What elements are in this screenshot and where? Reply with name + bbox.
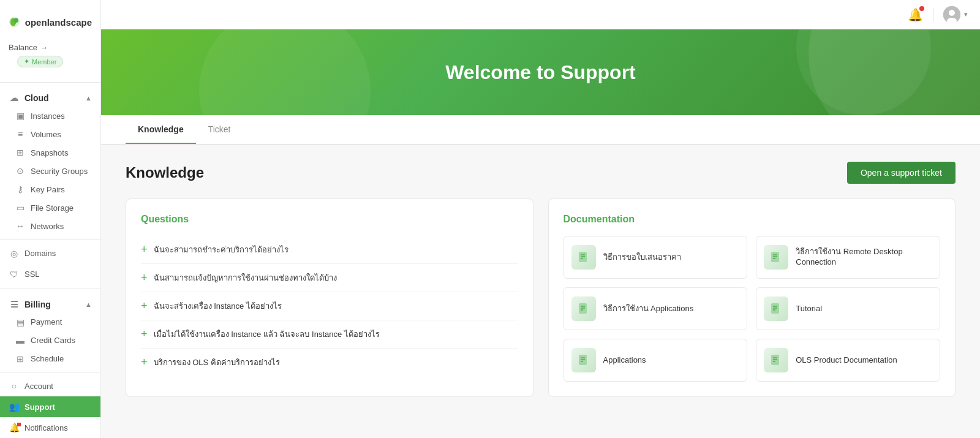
doc-icon-box-2: [764, 245, 788, 270]
sidebar-item-schedule[interactable]: ⊞ Schedule: [0, 350, 100, 368]
doc-item-5[interactable]: Applications: [564, 339, 748, 382]
question-text-2: ฉันสามารถแจ้งปัญหาการใช้งานผ่านช่องทางใด…: [154, 271, 337, 284]
networks-label: Networks: [31, 222, 64, 231]
hero-banner: Welcome to Support: [101, 29, 980, 115]
key-pairs-label: Key Pairs: [31, 185, 65, 194]
doc-item-6[interactable]: OLS Product Documentation: [756, 339, 940, 382]
plus-icon-3: +: [141, 300, 148, 311]
cloud-section: ☁ Cloud ▲ ▣ Instances ≡ Volumes ⊞ Snapsh…: [0, 88, 100, 235]
doc-item-2[interactable]: วิธีการใช้งาน Remote Desktop Connection: [756, 236, 940, 279]
sidebar-item-networks[interactable]: ↔ Networks: [0, 217, 100, 235]
schedule-label: Schedule: [31, 354, 64, 363]
sidebar-item-key-pairs[interactable]: ⚷ Key Pairs: [0, 180, 100, 198]
question-text-4: เมื่อไม่ได้ใช้งานเครื่อง Instance แล้ว ฉ…: [154, 328, 380, 341]
app-logo: [9, 11, 20, 33]
doc-label-6: OLS Product Documentation: [796, 355, 897, 366]
volumes-label: Volumes: [31, 130, 61, 139]
notifications-label: Notifications: [24, 423, 68, 432]
tab-knowledge[interactable]: Knowledge: [126, 116, 196, 144]
question-item-3[interactable]: + ฉันจะสร้างเครื่อง Instance ได้อย่างไร: [141, 292, 518, 320]
sidebar-item-notifications[interactable]: 🔔 Notifications: [0, 417, 100, 438]
sidebar-item-domains[interactable]: ◎ Domains: [0, 243, 100, 264]
security-groups-icon: ⊙: [15, 166, 26, 176]
doc-item-1[interactable]: วิธีการขอใบเสนอราคา: [564, 236, 748, 279]
instances-label: Instances: [31, 111, 65, 121]
documentation-card: Documentation วิธีการขอใบเสนอราคา: [548, 198, 956, 397]
page-content: Knowledge Open a support ticket Question…: [101, 145, 980, 438]
sidebar-item-file-storage[interactable]: ▭ File Storage: [0, 198, 100, 217]
snapshots-label: Snapshots: [31, 148, 68, 157]
ssl-label: SSL: [24, 270, 40, 279]
topbar-actions: 🔔 ▾: [908, 6, 968, 23]
svg-point-2: [13, 18, 18, 23]
cloud-icon: ☁: [9, 93, 20, 103]
question-text-1: ฉันจะสามารถชำระค่าบริการได้อย่างไร: [154, 243, 288, 256]
account-icon: ○: [9, 381, 20, 391]
logo-container[interactable]: openlandscape: [0, 0, 100, 39]
payment-icon: ▤: [15, 317, 26, 327]
cloud-label: Cloud: [24, 93, 49, 103]
balance-link[interactable]: Balance →: [0, 39, 100, 55]
question-item-4[interactable]: + เมื่อไม่ได้ใช้งานเครื่อง Instance แล้ว…: [141, 320, 518, 349]
member-badge: ✦ Member: [17, 56, 63, 67]
user-menu[interactable]: ▾: [943, 6, 968, 23]
logo-text: openlandscape: [25, 17, 92, 28]
file-storage-icon: ▭: [15, 203, 26, 213]
doc-file-icon-3: [577, 302, 590, 315]
billing-chevron-icon: ▲: [85, 301, 92, 308]
doc-file-icon-4: [769, 302, 783, 315]
cloud-group-header[interactable]: ☁ Cloud ▲: [0, 88, 100, 107]
member-label: Member: [32, 58, 56, 66]
doc-icon-box-4: [764, 296, 788, 321]
sidebar-item-payment[interactable]: ▤ Payment: [0, 313, 100, 331]
sidebar-item-volumes[interactable]: ≡ Volumes: [0, 125, 100, 143]
question-item-5[interactable]: + บริการของ OLS คิดค่าบริการอย่างไร: [141, 349, 518, 376]
tab-ticket[interactable]: Ticket: [196, 116, 243, 144]
doc-label-4: Tutorial: [796, 304, 822, 314]
snapshots-icon: ⊞: [15, 148, 26, 157]
question-item-1[interactable]: + ฉันจะสามารถชำระค่าบริการได้อย่างไร: [141, 236, 518, 264]
credit-cards-label: Credit Cards: [31, 336, 75, 345]
avatar-icon: [943, 6, 960, 23]
account-label: Account: [24, 382, 53, 391]
question-item-2[interactable]: + ฉันสามารถแจ้งปัญหาการใช้งานผ่านช่องทาง…: [141, 264, 518, 292]
balance-label: Balance: [9, 43, 37, 52]
sidebar-item-account[interactable]: ○ Account: [0, 376, 100, 396]
tabs-bar: Knowledge Ticket: [101, 115, 980, 145]
sidebar-item-ssl[interactable]: 🛡 SSL: [0, 264, 100, 285]
sidebar-item-instances[interactable]: ▣ Instances: [0, 107, 100, 125]
hero-title: Welcome to Support: [445, 61, 636, 84]
domains-icon: ◎: [9, 249, 20, 259]
documentation-title: Documentation: [564, 214, 941, 225]
billing-group-header[interactable]: ☰ Billing ▲: [0, 295, 100, 313]
billing-label: Billing: [24, 300, 51, 309]
security-groups-label: Security Groups: [31, 167, 88, 176]
credit-cards-icon: ▬: [15, 336, 26, 345]
schedule-icon: ⊞: [15, 354, 26, 364]
sidebar-item-security-groups[interactable]: ⊙ Security Groups: [0, 162, 100, 180]
content-header: Knowledge Open a support ticket: [126, 162, 956, 184]
balance-arrow: →: [40, 43, 48, 52]
sidebar-item-support[interactable]: 👥 Support: [0, 396, 100, 417]
open-ticket-button[interactable]: Open a support ticket: [847, 162, 956, 184]
support-label: Support: [24, 402, 55, 412]
sidebar-item-credit-cards[interactable]: ▬ Credit Cards: [0, 331, 100, 350]
member-star-icon: ✦: [24, 58, 29, 66]
doc-item-4[interactable]: Tutorial: [756, 287, 940, 330]
notifications-icon: 🔔: [9, 423, 20, 432]
sidebar-item-snapshots[interactable]: ⊞ Snapshots: [0, 143, 100, 162]
content-grid: Questions + ฉันจะสามารถชำระค่าบริการได้อ…: [126, 198, 956, 397]
ssl-icon: 🛡: [9, 270, 20, 279]
doc-icon-box-1: [571, 245, 596, 270]
doc-icon-box-5: [571, 348, 596, 372]
topbar-divider: [933, 7, 933, 22]
notifications-bell-button[interactable]: 🔔: [908, 7, 923, 22]
main-content: 🔔 ▾ Welcome to Support Knowled: [101, 0, 980, 438]
doc-label-3: วิธีการใช้งาน Applications: [603, 304, 694, 314]
doc-item-3[interactable]: วิธีการใช้งาน Applications: [564, 287, 748, 330]
networks-icon: ↔: [15, 221, 26, 231]
dropdown-arrow-icon: ▾: [964, 10, 968, 18]
question-text-5: บริการของ OLS คิดค่าบริการอย่างไร: [154, 356, 280, 369]
sidebar: openlandscape Balance → ✦ Member ☁ Cloud…: [0, 0, 101, 438]
hero-decoration: [199, 29, 371, 115]
